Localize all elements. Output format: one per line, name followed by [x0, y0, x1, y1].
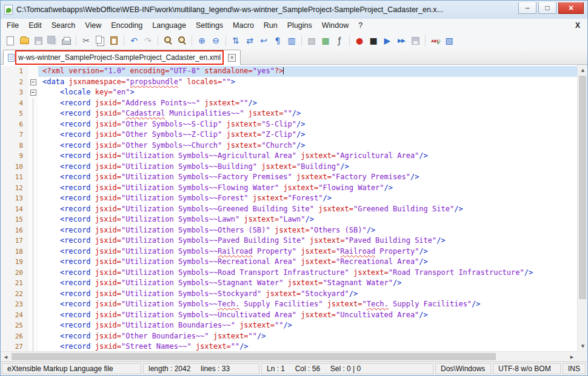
menu-file[interactable]: File [2, 20, 24, 31]
menu-language[interactable]: Language [147, 20, 191, 31]
editor-line[interactable]: 15 <record jsxid="Utilization Symbols~~L… [1, 214, 577, 225]
status-insert-mode[interactable]: INS [563, 363, 586, 374]
editor-line[interactable]: 14 <record jsxid="Utilization Symbols~~G… [1, 204, 577, 215]
user-defined-dialog-icon[interactable]: ▤ [305, 34, 318, 47]
doc-switcher-icon[interactable]: ▧ [443, 34, 456, 47]
scroll-left-icon[interactable]: ◀ [1, 352, 11, 361]
line-number: 19 [1, 257, 28, 268]
menu-help[interactable]: ? [353, 20, 367, 31]
fold-margin [28, 310, 38, 321]
fold-margin [28, 278, 38, 289]
fold-margin [28, 204, 38, 215]
print-icon[interactable] [59, 34, 73, 47]
vertical-scrollbar[interactable]: ▲ ▼ [577, 65, 587, 351]
editor-line[interactable]: 6 <record jsxid="Other Symbols~~S-Clip" … [1, 119, 577, 130]
run-macro-multiple-icon[interactable]: ▶▶ [395, 34, 408, 47]
editor-line[interactable]: 22 <record jsxid="Utilization Symbols~~S… [1, 289, 577, 300]
close-button[interactable]: × [558, 2, 584, 14]
fold-margin [28, 66, 38, 77]
editor-line[interactable]: 10 <record jsxid="Utilization Symbols~~B… [1, 162, 577, 173]
editor-line[interactable]: 21 <record jsxid="Utilization Symbols~~S… [1, 278, 577, 289]
menu-window[interactable]: Window [317, 20, 353, 31]
fold-collapse-icon[interactable] [28, 87, 38, 98]
editor-line[interactable]: 17 <record jsxid="Utilization Symbols~~P… [1, 236, 577, 246]
line-number: 7 [1, 130, 28, 140]
editor-line[interactable]: 5 <record jsxid="Cadastral Municipalitie… [1, 108, 577, 119]
editor-line[interactable]: 23 <record jsxid="Utilization Symbols~~T… [1, 299, 577, 310]
line-number: 27 [1, 341, 28, 351]
spell-check-icon: ABC [431, 39, 439, 43]
spell-check-icon[interactable]: ABC [429, 34, 442, 47]
tab-close-icon[interactable]: × [228, 54, 236, 62]
vertical-scroll-thumb[interactable] [579, 76, 586, 299]
replace-icon[interactable] [175, 34, 189, 47]
menu-encoding[interactable]: Encoding [106, 20, 147, 31]
function-list-icon[interactable]: ƒ [333, 34, 346, 47]
scroll-up-icon[interactable]: ▲ [578, 65, 587, 75]
zoom-out-icon[interactable]: ⊖ [209, 34, 222, 47]
line-number: 17 [1, 236, 28, 246]
save-macro-icon[interactable] [409, 34, 422, 47]
menu-run[interactable]: Run [259, 20, 282, 31]
menu-plugins[interactable]: Plugins [282, 20, 317, 31]
editor-line[interactable]: 9 <record jsxid="Utilization Symbols~~Ag… [1, 151, 577, 162]
editor-line[interactable]: 1<?xml version="1.0" encoding="UTF-8" st… [1, 66, 577, 77]
word-wrap-icon[interactable]: ↩ [257, 34, 270, 47]
editor-line[interactable]: 13 <record jsxid="Utilization Symbols~~F… [1, 193, 577, 204]
editor-line[interactable]: 2<data jsxnamespace="propsbundle" locale… [1, 77, 577, 88]
editor-line[interactable]: 24 <record jsxid="Utilization Symbols~~U… [1, 310, 577, 321]
maximize-button[interactable]: □ [538, 2, 556, 14]
menu-search[interactable]: Search [47, 20, 81, 31]
save-icon[interactable] [32, 34, 45, 47]
editor-line[interactable]: 19 <record jsxid="Utilization Symbols~~R… [1, 257, 577, 268]
horizontal-scrollbar[interactable]: ◀ ▶ [1, 351, 577, 361]
fold-collapse-icon[interactable] [28, 77, 38, 88]
editor-line[interactable]: 7 <record jsxid="Other Symbols~~Z-Clip" … [1, 130, 577, 140]
editor-line[interactable]: 16 <record jsxid="Utilization Symbols~~O… [1, 225, 577, 236]
editor-line[interactable]: 3 <locale key="en"> [1, 87, 577, 98]
editor-line[interactable]: 12 <record jsxid="Utilization Symbols~~F… [1, 183, 577, 194]
editor-line[interactable]: 25 <record jsxid="Utilization Boundaries… [1, 320, 577, 331]
show-all-characters-icon[interactable]: ¶ [271, 34, 284, 47]
editor-line[interactable]: 18 <record jsxid="Utilization Symbols~~R… [1, 246, 577, 257]
tab-cadaster-xml[interactable]: w-ws-wintner_SampleProject-SampleProject… [3, 50, 241, 65]
editor-line[interactable]: 27 <record jsxid="Street Names~~" jsxtex… [1, 341, 577, 351]
code-area[interactable]: 1<?xml version="1.0" encoding="UTF-8" st… [1, 66, 577, 351]
cut-icon[interactable]: ✂ [79, 34, 93, 47]
editor: 1<?xml version="1.0" encoding="UTF-8" st… [1, 65, 587, 361]
scroll-right-icon[interactable]: ▶ [567, 352, 577, 361]
open-file-icon[interactable] [18, 34, 31, 47]
redo-icon[interactable]: ↷ [141, 34, 155, 47]
sync-horizontal-icon[interactable]: ⇄ [243, 34, 256, 47]
document-map-icon[interactable]: ▦ [319, 34, 332, 47]
play-macro-icon[interactable]: ▶ [381, 34, 394, 47]
new-file-icon[interactable] [4, 34, 17, 47]
fold-margin [28, 257, 38, 268]
editor-line[interactable]: 20 <record jsxid="Utilization Symbols~~R… [1, 268, 577, 279]
undo-icon[interactable]: ↶ [127, 34, 141, 47]
editor-line[interactable]: 11 <record jsxid="Utilization Symbols~~F… [1, 172, 577, 183]
copy-icon[interactable] [93, 34, 107, 47]
zoom-in-icon[interactable]: ⊕ [195, 34, 209, 47]
paste-icon[interactable] [107, 34, 121, 47]
toolbar-separator [425, 35, 426, 46]
indent-guide-icon[interactable]: ▥ [285, 34, 298, 47]
horizontal-scroll-thumb[interactable] [12, 353, 496, 360]
editor-line[interactable]: 8 <record jsxid="Other Symbols~~Church" … [1, 140, 577, 151]
save-all-icon[interactable] [45, 34, 59, 47]
sync-vertical-icon[interactable]: ⇅ [229, 34, 242, 47]
menu-edit[interactable]: Edit [24, 20, 47, 31]
stop-recording-icon[interactable]: ■ [367, 34, 380, 47]
code-text: <record jsxid="Cadastral Municipalities~… [38, 108, 577, 119]
find-icon[interactable] [161, 34, 175, 47]
minimize-button[interactable]: – [518, 2, 536, 14]
editor-line[interactable]: 4 <record jsxid="Address Points~~" jsxte… [1, 98, 577, 109]
record-macro-icon[interactable]: ● [353, 34, 366, 47]
replace-icon [177, 36, 187, 45]
editor-line[interactable]: 26 <record jsxid="Other Boundaries~~" js… [1, 331, 577, 342]
menu-view[interactable]: View [80, 20, 106, 31]
menu-settings[interactable]: Settings [191, 20, 228, 31]
menubar-close-icon[interactable]: X [575, 21, 580, 30]
scroll-down-icon[interactable]: ▼ [578, 341, 587, 351]
menu-macro[interactable]: Macro [228, 20, 259, 31]
